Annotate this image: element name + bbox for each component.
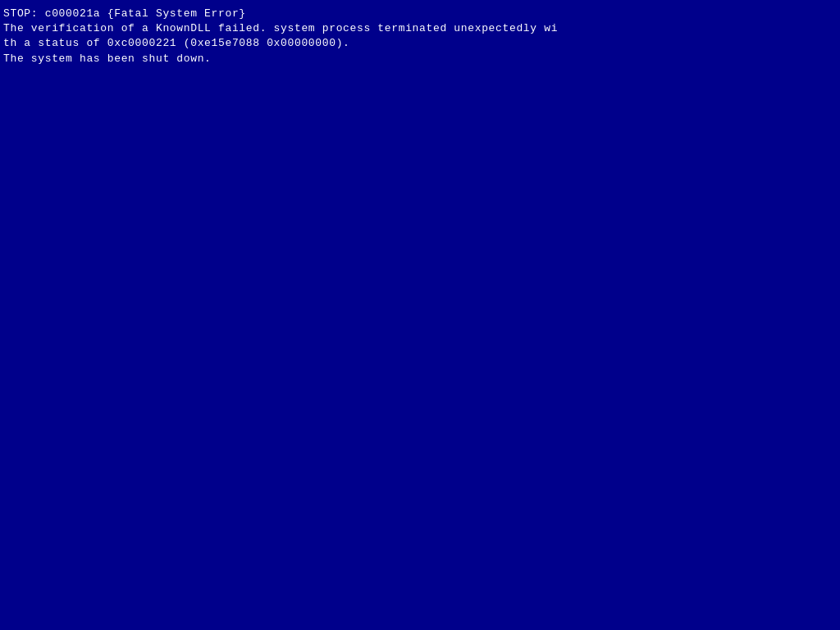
bsod-error-text: STOP: c000021a {Fatal System Error} The … <box>3 7 837 66</box>
bsod-screen: STOP: c000021a {Fatal System Error} The … <box>0 0 840 630</box>
